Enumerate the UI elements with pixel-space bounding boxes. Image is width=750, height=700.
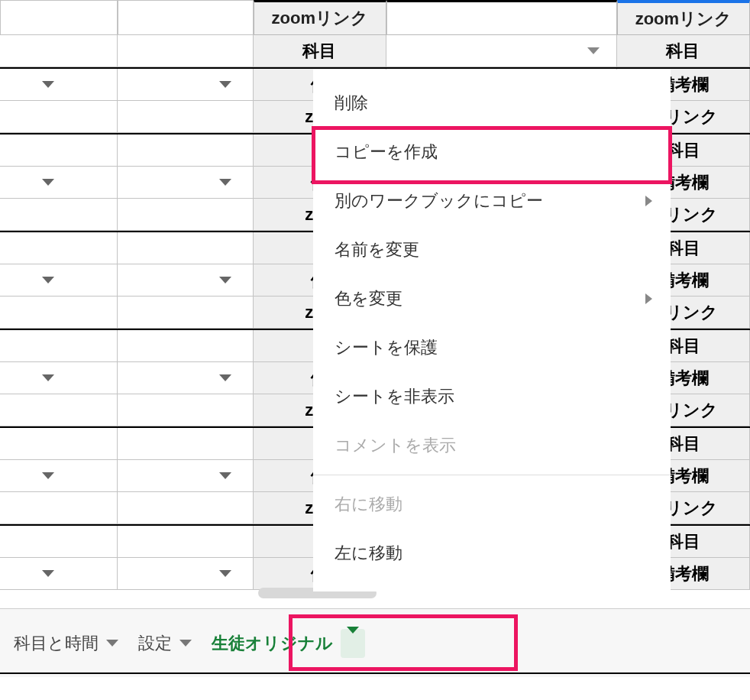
sheet-tab-student-original[interactable]: 生徒オリジナル [209,621,368,666]
cell-subhdr-d-dropdown[interactable] [386,35,617,67]
sheet-tab-settings[interactable]: 設定 [135,624,195,663]
cell-a[interactable] [0,428,118,460]
cell-b[interactable] [118,199,253,231]
cell-b[interactable] [118,297,253,329]
cell-b-dropdown[interactable] [118,69,253,101]
column-header-c[interactable]: zoomリンク [254,0,386,35]
cell-b-dropdown[interactable] [118,460,253,492]
column-header-a[interactable] [0,0,118,35]
cell-subhdr-b[interactable] [118,35,253,67]
cell-subhdr-a[interactable] [0,35,118,67]
cell-a[interactable] [0,199,118,231]
cell-a[interactable] [0,492,118,524]
chevron-down-icon [219,374,231,381]
cell-b[interactable] [118,492,253,524]
chevron-down-icon [106,640,118,647]
cell-subhdr-e[interactable]: 科目 [617,35,750,67]
cell-b[interactable] [118,101,253,133]
column-header-b[interactable] [118,0,253,35]
column-header-d[interactable] [386,0,617,35]
cell-b[interactable] [118,232,253,264]
chevron-down-icon [42,277,54,284]
bottom-border [0,672,750,674]
cell-b-dropdown[interactable] [118,167,253,199]
cell-b[interactable] [118,526,253,558]
tab-label: 生徒オリジナル [212,632,333,655]
menu-item-hide[interactable]: シートを非表示 [313,372,671,421]
cell-b[interactable] [118,394,253,426]
cell-a[interactable] [0,101,118,133]
chevron-down-icon [347,627,359,653]
chevron-down-icon [42,570,54,577]
tab-label: 科目と時間 [14,632,99,655]
cell-a[interactable] [0,297,118,329]
cell-a-dropdown[interactable] [0,460,118,492]
menu-item-change-color[interactable]: 色を変更 [313,274,671,323]
cell-b-dropdown[interactable] [118,362,253,394]
menu-item-duplicate[interactable]: コピーを作成 [313,128,671,177]
cell-a-dropdown[interactable] [0,362,118,394]
cell-a-dropdown[interactable] [0,167,118,199]
menu-item-label: 別のワークブックにコピー [335,190,543,212]
cell-subhdr-c[interactable]: 科目 [254,35,386,67]
cell-a[interactable] [0,330,118,362]
submenu-arrow-icon [645,293,652,304]
cell-a-dropdown[interactable] [0,558,118,590]
chevron-down-icon [42,374,54,381]
cell-a[interactable] [0,232,118,264]
cell-a-dropdown[interactable] [0,69,118,101]
menu-item-view-comments: コメントを表示 [313,421,671,470]
menu-item-move-left[interactable]: 左に移動 [313,529,671,578]
chevron-down-icon [219,570,231,577]
submenu-arrow-icon [645,196,652,206]
chevron-down-icon [42,472,54,479]
cell-b[interactable] [118,428,253,460]
column-header-e[interactable]: zoomリンク [617,0,750,35]
sheet-tab-context-menu: 削除 コピーを作成 別のワークブックにコピー 名前を変更 色を変更 シートを保護… [313,70,671,591]
tab-label: 設定 [138,632,172,655]
menu-item-rename[interactable]: 名前を変更 [313,225,671,274]
cell-b[interactable] [118,330,253,362]
chevron-down-icon [219,81,231,88]
chevron-down-icon [219,472,231,479]
cell-a[interactable] [0,134,118,167]
chevron-down-icon [587,47,600,54]
menu-item-move-right: 右に移動 [313,480,671,529]
tab-menu-trigger[interactable] [341,629,365,658]
cell-b-dropdown[interactable] [118,558,253,590]
cell-a[interactable] [0,394,118,426]
chevron-down-icon [42,81,54,88]
sheet-tab-bar: 科目と時間 設定 生徒オリジナル [0,608,750,677]
cell-b-dropdown[interactable] [118,264,253,297]
cell-a-dropdown[interactable] [0,264,118,297]
menu-item-protect[interactable]: シートを保護 [313,323,671,372]
menu-item-delete[interactable]: 削除 [313,79,671,128]
cell-b[interactable] [118,134,253,167]
menu-separator [313,475,671,475]
cell-a[interactable] [0,526,118,558]
chevron-down-icon [179,640,192,647]
sheet-tab-subjects-time[interactable]: 科目と時間 [11,624,121,663]
menu-item-copy-to-other[interactable]: 別のワークブックにコピー [313,177,671,225]
chevron-down-icon [219,277,231,284]
column-header-row: zoomリンク zoomリンク [0,0,750,35]
subheader-row: 科目 科目 [0,35,750,67]
chevron-down-icon [42,179,54,186]
chevron-down-icon [219,179,231,186]
menu-item-label: 色を変更 [335,287,402,310]
